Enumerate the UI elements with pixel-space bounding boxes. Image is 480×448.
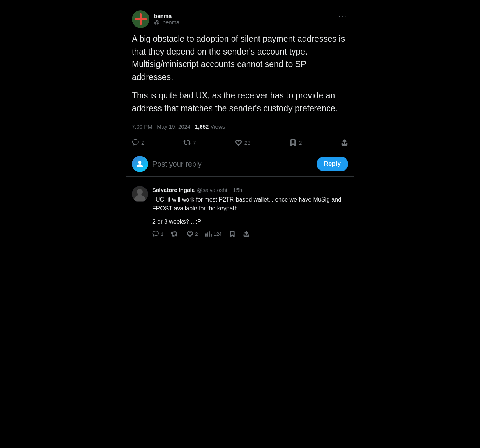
tweet-author-info: benma @_benma_ <box>132 10 183 28</box>
tweet-paragraph-1: A big obstacle to adoption of silent pay… <box>132 32 348 83</box>
comment-like-count: 2 <box>195 231 198 237</box>
comments-section: Salvatore Ingala @salvatoshi · 15h ··· I… <box>126 177 354 242</box>
avatar[interactable] <box>132 10 149 28</box>
comment-share-action[interactable] <box>243 231 250 237</box>
comment-like-icon <box>187 231 193 237</box>
comment-content: Salvatore Ingala @salvatoshi · 15h ··· I… <box>152 186 348 237</box>
tweet-thread: benma @_benma_ ··· A big obstacle to ado… <box>126 0 354 248</box>
person-icon <box>135 159 145 169</box>
page: benma @_benma_ ··· A big obstacle to ado… <box>0 0 480 448</box>
comment-header-left: Salvatore Ingala @salvatoshi · 15h <box>152 187 242 193</box>
comment-header: Salvatore Ingala @salvatoshi · 15h ··· <box>152 186 348 194</box>
comment-display-name: Salvatore Ingala <box>152 187 195 193</box>
like-action[interactable]: 23 <box>235 139 251 146</box>
svg-point-2 <box>137 189 143 195</box>
reply-input-placeholder[interactable]: Post your reply <box>152 160 312 168</box>
tweet-paragraph-2: This is quite bad UX, as the receiver ha… <box>132 89 348 115</box>
reply-icon <box>132 139 139 146</box>
comment-more-options[interactable]: ··· <box>340 186 348 194</box>
comment-time: · <box>229 187 231 193</box>
comment-time-ago: 15h <box>233 187 242 193</box>
tweet-timestamp: 7:00 PM · May 19, 2024 <box>132 123 190 130</box>
comment-retweet-icon <box>171 231 177 237</box>
comment-paragraph-1: IIUC, it will work for most P2TR-based w… <box>152 195 348 213</box>
reply-count: 2 <box>141 140 144 146</box>
bookmark-count: 2 <box>299 140 302 146</box>
comment-retweet-action[interactable] <box>171 231 179 237</box>
display-name: benma <box>154 13 183 19</box>
reply-action[interactable]: 2 <box>132 139 144 146</box>
bookmark-action[interactable]: 2 <box>289 139 302 146</box>
tweet-body: A big obstacle to adoption of silent pay… <box>126 28 354 119</box>
views-text: Views <box>211 123 225 130</box>
salvatore-avatar-img <box>132 186 148 202</box>
share-action[interactable] <box>341 139 348 146</box>
more-options-button[interactable]: ··· <box>337 10 348 22</box>
like-count: 23 <box>244 140 251 146</box>
comment-bookmark-icon <box>229 231 236 237</box>
user-info: benma @_benma_ <box>154 13 183 25</box>
comment-reply-action[interactable]: 1 <box>152 231 163 237</box>
retweet-count: 7 <box>193 140 196 146</box>
comment-share-icon <box>243 231 250 237</box>
username: @_benma_ <box>154 19 183 25</box>
comment-reply-icon <box>152 231 159 237</box>
comment-views-icon <box>205 231 212 237</box>
comment-paragraph-2: 2 or 3 weeks?... :P <box>152 217 348 226</box>
reply-button[interactable]: Reply <box>317 157 348 171</box>
tweet-header: benma @_benma_ ··· <box>126 6 354 28</box>
svg-point-0 <box>138 161 142 164</box>
bookmark-icon <box>289 139 297 146</box>
comment-avatar[interactable] <box>132 186 148 202</box>
reply-compose-section: Post your reply Reply <box>126 151 354 177</box>
comment-reply-count: 1 <box>161 231 163 237</box>
tweet-meta: 7:00 PM · May 19, 2024 · 1,652 Views <box>126 119 354 134</box>
retweet-action[interactable]: 7 <box>183 139 196 146</box>
comment-username: @salvatoshi <box>197 187 227 193</box>
like-icon <box>235 139 242 146</box>
reply-composer-avatar <box>132 156 148 172</box>
comment-bookmark-action[interactable] <box>229 231 236 237</box>
tweet-actions: 2 7 23 2 <box>126 134 354 151</box>
comment-actions: 1 2 <box>152 231 348 237</box>
comment-like-action[interactable]: 2 <box>187 231 198 237</box>
share-icon <box>341 139 348 146</box>
comment-views-action[interactable]: 124 <box>205 231 222 237</box>
comment-views-count: 124 <box>213 231 222 237</box>
comment-body: IIUC, it will work for most P2TR-based w… <box>152 195 348 226</box>
retweet-icon <box>183 139 191 146</box>
comment-item: Salvatore Ingala @salvatoshi · 15h ··· I… <box>132 182 348 237</box>
separator: · <box>192 123 195 130</box>
views-count: 1,652 <box>195 123 209 130</box>
